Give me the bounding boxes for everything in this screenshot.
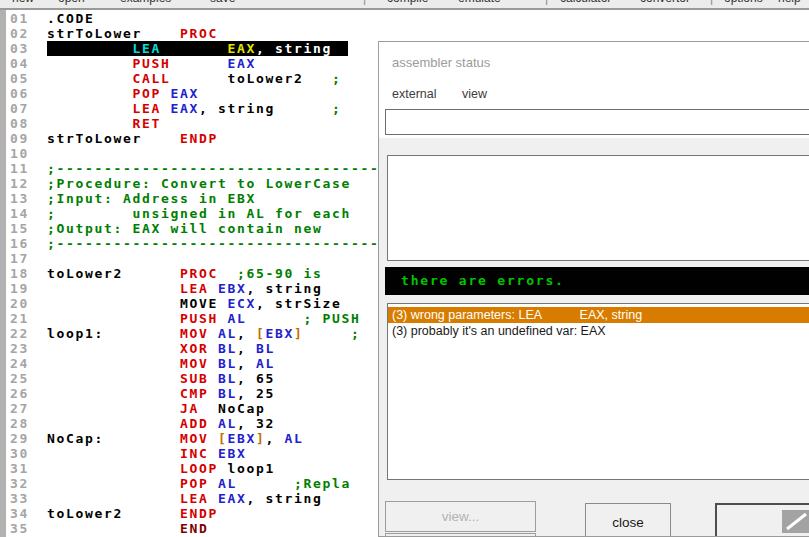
- code-text: XOR BL, BL: [47, 341, 275, 356]
- error-list[interactable]: (3) wrong parameters: LEA EAX, string(3)…: [387, 303, 809, 480]
- line-number: 35: [10, 521, 29, 536]
- code-text: ADD AL, 32: [47, 416, 275, 431]
- line-number: 34: [10, 506, 29, 521]
- line-number: 13: [10, 191, 29, 206]
- code-text: MOV BL, AL: [47, 356, 275, 371]
- menu-external[interactable]: external: [392, 87, 436, 101]
- code-text: ;Output: EAX will contain new: [47, 221, 322, 236]
- line-number: 33: [10, 491, 29, 506]
- toolbar-separator: |: [710, 0, 713, 5]
- dialog-title: assembler status: [392, 55, 490, 70]
- code-text: strToLower PROC: [47, 26, 218, 41]
- line-number: 30: [10, 446, 29, 461]
- emu8086-window: newopenexamplessave|compileemulate|calcu…: [0, 0, 809, 537]
- assembler-status-dialog: assembler status external view there are…: [378, 41, 809, 537]
- toolbar-item-save[interactable]: save: [210, 0, 235, 5]
- toolbar-item-convertor[interactable]: convertor: [640, 0, 690, 5]
- line-number: 15: [10, 221, 29, 236]
- line-number: 32: [10, 476, 29, 491]
- code-text: LEA EAX, string ;: [47, 101, 341, 116]
- line-number: 06: [10, 86, 29, 101]
- code-text: LEA EBX, string: [47, 281, 322, 296]
- highlighted-code-text: LEA EAX, string: [47, 41, 348, 56]
- code-text: loop1: MOV AL, [EBX] ;: [47, 326, 360, 341]
- line-number: 12: [10, 176, 29, 191]
- code-text: LEA EAX, string: [47, 491, 322, 506]
- line-number: 16: [10, 236, 29, 251]
- line-number: 24: [10, 356, 29, 371]
- line-number: 31: [10, 461, 29, 476]
- status-bar: there are errors.: [385, 267, 809, 295]
- toolbar-item-compile[interactable]: compile: [387, 0, 428, 5]
- toolbar-item-emulate[interactable]: emulate: [458, 0, 501, 5]
- code-text: ; unsigned in AL for each: [47, 206, 351, 221]
- line-number: 27: [10, 401, 29, 416]
- code-text: RET: [47, 116, 161, 131]
- code-text: NoCap: MOV [EBX], AL: [47, 431, 303, 446]
- line-number: 18: [10, 266, 29, 281]
- code-text: POP EAX: [47, 86, 199, 101]
- line-number: 19: [10, 281, 29, 296]
- status-message: there are errors.: [385, 267, 565, 295]
- line-number: 25: [10, 371, 29, 386]
- line-number: 22: [10, 326, 29, 341]
- code-text: LOOP loop1: [47, 461, 275, 476]
- toolbar-item-options[interactable]: options: [724, 0, 763, 5]
- code-text: JA NoCap: [47, 401, 265, 416]
- menu-view[interactable]: view: [462, 87, 487, 101]
- line-number: 11: [10, 161, 29, 176]
- line-number: 29: [10, 431, 29, 446]
- line-number: 08: [10, 116, 29, 131]
- code-text: POP AL ;Repla: [47, 476, 351, 491]
- code-text: INC EBX: [47, 446, 246, 461]
- empty-output-list[interactable]: [387, 155, 809, 261]
- code-text: ;Procedure: Convert to LowerCase: [47, 176, 351, 191]
- line-number: 04: [10, 56, 29, 71]
- line-number: 01: [10, 11, 29, 26]
- diagonal-pencil-icon: [782, 510, 809, 533]
- code-text: PUSH EAX: [47, 56, 256, 71]
- close-button[interactable]: close: [585, 503, 671, 537]
- line-number: 03: [10, 41, 29, 56]
- toolbar-separator: |: [545, 0, 548, 5]
- code-text: ;Input: Address in EBX: [47, 191, 256, 206]
- line-number: 26: [10, 386, 29, 401]
- line-number: 02: [10, 26, 29, 41]
- line-number: 05: [10, 71, 29, 86]
- toolbar-item-examples[interactable]: examples: [120, 0, 171, 5]
- cut-off-button[interactable]: [385, 533, 536, 537]
- line-number: 21: [10, 311, 29, 326]
- code-text: CMP BL, 25: [47, 386, 275, 401]
- line-number: 28: [10, 416, 29, 431]
- code-text: strToLower ENDP: [47, 131, 218, 146]
- code-text: END: [47, 521, 208, 536]
- line-number: 14: [10, 206, 29, 221]
- toolbar-item-help[interactable]: help: [778, 0, 801, 5]
- code-text: ;----------------------------------: [47, 161, 379, 176]
- toolbar-item-new[interactable]: new: [12, 0, 34, 5]
- error-item[interactable]: (3) probably it's an undefined var: EAX: [388, 323, 809, 339]
- gutter-strip: [0, 10, 6, 537]
- toolbar-separator: |: [363, 0, 366, 5]
- toolbar: newopenexamplessave|compileemulate|calcu…: [0, 0, 809, 10]
- status-text-input[interactable]: [385, 109, 809, 135]
- line-number: 10: [10, 146, 29, 161]
- dialog-menubar: external view: [392, 87, 509, 101]
- code-text: MOVE ECX, strSize: [47, 296, 341, 311]
- code-text: CALL toLower2 ;: [47, 71, 341, 86]
- line-number: 09: [10, 131, 29, 146]
- error-item-selected[interactable]: (3) wrong parameters: LEA EAX, string: [388, 307, 809, 323]
- code-text: SUB BL, 65: [47, 371, 275, 386]
- code-text: toLower2 PROC ;65-90 is: [47, 266, 322, 281]
- line-number: 20: [10, 296, 29, 311]
- code-text: toLower2 ENDP: [47, 506, 218, 521]
- toolbar-item-open[interactable]: open: [58, 0, 85, 5]
- toolbar-item-calculator[interactable]: calculator: [560, 0, 611, 5]
- code-text: PUSH AL ; PUSH: [47, 311, 360, 326]
- line-number: 17: [10, 251, 29, 266]
- code-text: ;----------------------------------: [47, 236, 379, 251]
- line-number: 07: [10, 101, 29, 116]
- icon-button[interactable]: [715, 503, 809, 537]
- code-text: .CODE: [47, 11, 94, 26]
- view-button[interactable]: view...: [385, 501, 536, 532]
